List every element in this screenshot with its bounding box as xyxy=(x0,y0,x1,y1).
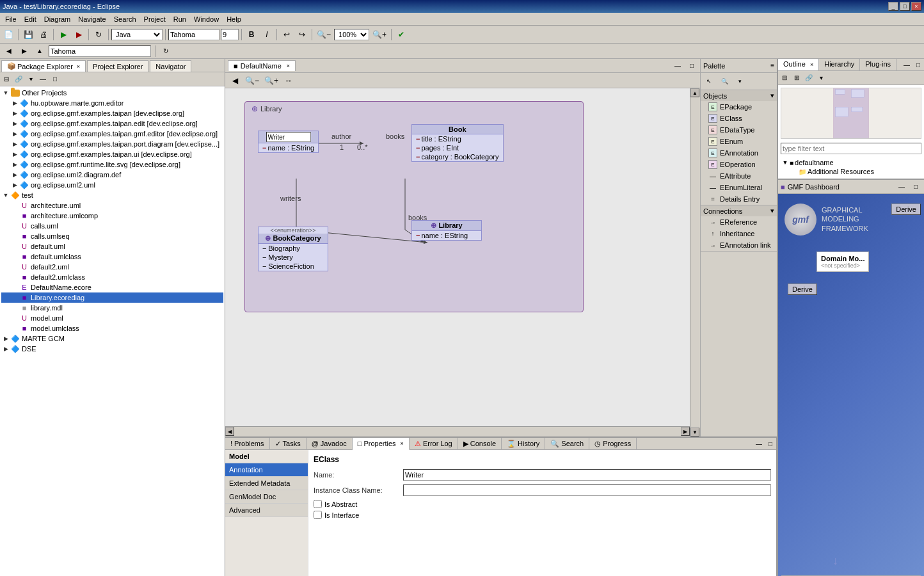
toggle-uml2[interactable]: ▶ xyxy=(10,182,19,188)
toggle-test[interactable]: ▼ xyxy=(1,192,10,198)
diagram-bookcategory-box[interactable]: <<enumeration>> ⊕ BookCategory − Biograp… xyxy=(258,227,328,271)
toggle-gmf-taipan-port[interactable]: ▶ xyxy=(10,141,19,147)
refresh-btn[interactable]: ↻ xyxy=(92,28,106,42)
menu-navigate[interactable]: Navigate xyxy=(74,14,109,24)
outline-menu-btn[interactable]: ▾ xyxy=(815,72,827,84)
name-input[interactable] xyxy=(403,469,771,481)
tree-test-project[interactable]: ▼ 🔶 test xyxy=(1,190,223,200)
outline-filter-input[interactable] xyxy=(781,143,921,154)
is-interface-checkbox[interactable] xyxy=(314,511,322,519)
diagram-tab-close[interactable]: × xyxy=(287,63,290,69)
tree-architecture-umlcomp[interactable]: ■ architecture.umlcomp xyxy=(1,211,223,221)
diagram-hscrollbar[interactable]: ◀ ▶ xyxy=(225,426,690,436)
toggle-gmf-taipan-ui[interactable]: ▶ xyxy=(10,151,19,157)
save-btn[interactable]: 💾 xyxy=(21,28,35,42)
scroll-left-btn[interactable]: ◀ xyxy=(225,427,234,436)
zoom-in-btn[interactable]: 🔍+ xyxy=(370,28,388,42)
tab-javadoc[interactable]: @ Javadoc xyxy=(307,438,353,449)
tab-project-explorer[interactable]: Project Explorer xyxy=(87,60,148,72)
tab-history[interactable]: ⌛ History xyxy=(502,438,545,449)
palette-epackage[interactable]: E EPackage xyxy=(701,101,777,113)
gmf-derive-button-1[interactable]: Derive xyxy=(891,204,921,215)
props-advanced-btn[interactable]: Advanced xyxy=(225,504,308,517)
diagram-canvas[interactable]: ⊕ Library xyxy=(225,88,700,436)
outline-defaultname[interactable]: ▼ ■ defaultname xyxy=(781,158,921,167)
debug-btn[interactable]: ▶ xyxy=(72,28,86,42)
scroll-down-btn[interactable]: ▼ xyxy=(690,428,699,436)
tree-uml2-diagram[interactable]: ▶ 🔷 org.eclipse.uml2.diagram.def xyxy=(1,170,223,180)
gmf-derive-button-2[interactable]: Derive xyxy=(788,284,817,295)
outline-expand-btn[interactable]: ⊞ xyxy=(791,72,802,84)
italic-btn[interactable]: I xyxy=(260,28,274,42)
palette-select-btn[interactable]: ↖ xyxy=(702,74,716,88)
scroll-up-btn[interactable]: ▲ xyxy=(690,88,699,97)
minimize-button[interactable]: _ xyxy=(888,2,898,11)
run-btn[interactable]: ▶ xyxy=(56,28,70,42)
tab-search[interactable]: 🔍 Search xyxy=(545,438,589,449)
tab-tasks[interactable]: ✓ Tasks xyxy=(270,438,307,449)
tab-outline[interactable]: Outline × xyxy=(778,59,819,70)
bold-btn[interactable]: B xyxy=(244,28,259,42)
toggle-gmf-taipan-gmf[interactable]: ▶ xyxy=(10,131,19,137)
maximize-button[interactable]: □ xyxy=(900,2,910,11)
tree-other-projects[interactable]: ▼ Other Projects xyxy=(1,88,223,98)
tree-gmf-taipan-ui[interactable]: ▶ 🔷 org.eclipse.gmf.examples.taipan.ui [… xyxy=(1,149,223,159)
outline-additional-resources[interactable]: 📁 Additional Resources xyxy=(781,167,921,176)
diagram-writer-box[interactable]: − name : EString xyxy=(258,131,319,153)
tree-calls-uml[interactable]: U calls.uml xyxy=(1,221,223,231)
is-abstract-checkbox[interactable] xyxy=(314,500,322,508)
outline-toggle-defaultname[interactable]: ▼ xyxy=(781,159,790,166)
toggle-marte[interactable]: ▶ xyxy=(1,335,10,342)
location-input[interactable] xyxy=(49,45,151,57)
tab-properties[interactable]: □ Properties × xyxy=(353,438,410,450)
tree-model-umlclass[interactable]: ■ model.umlclass xyxy=(1,323,223,333)
new-btn[interactable]: 📄 xyxy=(1,28,15,42)
tree-library-mdl[interactable]: ■ library.mdl xyxy=(1,303,223,313)
link-editor-btn[interactable]: 🔗 xyxy=(13,74,24,85)
outline-link-btn[interactable]: 🔗 xyxy=(803,72,815,84)
palette-eannotation-link[interactable]: → EAnnotation link xyxy=(701,239,777,251)
toggle-uml2-diagram[interactable]: ▶ xyxy=(10,172,19,178)
tab-package-explorer-close[interactable]: × xyxy=(77,63,80,70)
back-button[interactable]: ◀ xyxy=(3,45,15,58)
toggle-hu-optxware[interactable]: ▶ xyxy=(10,100,19,106)
properties-close[interactable]: × xyxy=(401,440,404,447)
toggle-other-projects[interactable]: ▼ xyxy=(1,90,10,96)
tree-library-ecorediag[interactable]: ■ Library.ecorediag xyxy=(1,292,223,303)
tab-hierarchy[interactable]: Hierarchy xyxy=(819,59,860,70)
print-btn[interactable]: 🖨 xyxy=(36,28,51,42)
palette-eannotation[interactable]: E EAnnotation xyxy=(701,147,777,159)
palette-details-entry[interactable]: = Details Entry xyxy=(701,193,777,205)
view-menu-btn[interactable]: ▾ xyxy=(25,74,36,85)
tree-architecture-uml[interactable]: U architecture.uml xyxy=(1,200,223,211)
tree-gmf-taipan-edit[interactable]: ▶ 🔷 org.eclipse.gmf.examples.taipan.edit… xyxy=(1,118,223,129)
zoom-select[interactable]: 100% xyxy=(334,29,369,40)
zoom-out-btn[interactable]: 🔍− xyxy=(315,28,333,42)
bottom-maximize-btn[interactable]: □ xyxy=(765,438,776,449)
diagram-back-btn[interactable]: ◀ xyxy=(228,74,242,88)
tab-progress[interactable]: ◷ Progress xyxy=(589,438,637,449)
outline-minimize-btn[interactable]: — xyxy=(901,59,912,70)
nav-btn-1[interactable]: ↻ xyxy=(159,45,172,58)
menu-file[interactable]: File xyxy=(1,14,20,24)
tree-gmf-taipan[interactable]: ▶ 🔷 org.eclipse.gmf.examples.taipan [dev… xyxy=(1,108,223,118)
menu-window[interactable]: Window xyxy=(190,14,223,24)
palette-connections-header[interactable]: Connections ▾ xyxy=(701,205,777,216)
palette-expand-icon[interactable]: ≡ xyxy=(770,62,774,69)
minimize-panel-btn[interactable]: — xyxy=(37,74,49,85)
forward-button[interactable]: ▶ xyxy=(18,45,31,58)
tree-hu-optxware[interactable]: ▶ 🔷 hu.optxware.marte.gcm.editor xyxy=(1,98,223,108)
diagram-book-box[interactable]: Book − title : EString − pages : EInt − xyxy=(411,124,504,162)
tree-gmf-taipan-gmf[interactable]: ▶ 🔷 org.eclipse.gmf.examples.taipan.gmf.… xyxy=(1,129,223,139)
palette-down-btn[interactable]: ▾ xyxy=(733,74,747,88)
palette-eattribute[interactable]: — EAttribute xyxy=(701,170,777,182)
bottom-minimize-btn[interactable]: — xyxy=(753,438,765,449)
props-extended-metadata-btn[interactable]: Extended Metadata xyxy=(225,477,308,490)
props-genmodel-btn[interactable]: GenModel Doc xyxy=(225,490,308,504)
toggle-dse[interactable]: ▶ xyxy=(1,346,10,352)
perspective-select[interactable]: Java xyxy=(111,29,163,40)
gmf-minimize-btn[interactable]: — xyxy=(896,181,907,193)
palette-objects-header[interactable]: Objects ▾ xyxy=(701,90,777,101)
tree-default-umlclass[interactable]: ■ default.umlclass xyxy=(1,252,223,262)
palette-ereference[interactable]: → EReference xyxy=(701,216,777,228)
